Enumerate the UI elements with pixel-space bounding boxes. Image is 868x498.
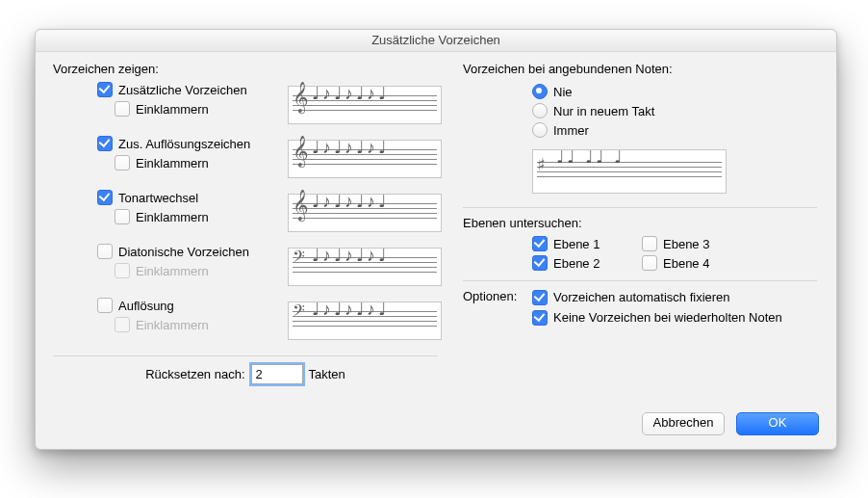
notation-preview-4: 𝄢♩♪♩♪♩♪♩ bbox=[288, 301, 442, 340]
tied-radio-2-label: Immer bbox=[553, 123, 589, 138]
notes-icon: ♩♪♩♪♩♪♩ bbox=[312, 191, 439, 212]
option-4[interactable]: Auflösung bbox=[97, 298, 174, 313]
option-2-label: Tonartwechsel bbox=[118, 191, 198, 205]
checkbox-icon bbox=[532, 236, 548, 251]
option-2-bracket-label: Einklammern bbox=[136, 210, 209, 224]
reset-unit: Takten bbox=[309, 367, 345, 381]
tied-radio-1-label: Nur in neuem Takt bbox=[553, 104, 654, 118]
notation-preview-1: 𝄞♩♪♩♪♩♪♩ bbox=[288, 140, 442, 178]
bass-clef-icon: 𝄢 bbox=[293, 302, 305, 322]
option-1-bracket-label: Einklammern bbox=[136, 156, 209, 170]
treble-clef-icon: ♯ bbox=[537, 156, 546, 173]
option-4-bracket: Einklammern bbox=[115, 317, 209, 332]
radio-icon bbox=[532, 103, 548, 118]
reset-label: Rücksetzen nach: bbox=[145, 367, 244, 381]
divider bbox=[53, 355, 438, 356]
tied-radio-0-label: Nie bbox=[553, 85, 573, 99]
section-tied-notes: Vorzeichen bei angebundenen Noten: bbox=[463, 62, 817, 76]
option-2[interactable]: Tonartwechsel bbox=[97, 190, 198, 205]
notation-preview-0: 𝄞♩♪♩♪♩♪♩ bbox=[288, 86, 442, 124]
option-2-bracket[interactable]: Einklammern bbox=[115, 209, 209, 224]
divider bbox=[463, 280, 817, 281]
checkbox-icon bbox=[97, 82, 113, 97]
checkbox-icon bbox=[115, 263, 130, 278]
layer-4[interactable]: Ebene 4 bbox=[642, 255, 734, 271]
option-4-bracket-label: Einklammern bbox=[136, 318, 209, 332]
checkbox-icon bbox=[97, 190, 113, 205]
divider bbox=[463, 207, 817, 208]
ok-button[interactable]: OK bbox=[736, 412, 819, 435]
option-3-bracket: Einklammern bbox=[115, 263, 209, 278]
treble-clef-icon: 𝄞 bbox=[293, 192, 309, 219]
option-4-label: Auflösung bbox=[118, 299, 174, 313]
layer-3[interactable]: Ebene 2 bbox=[532, 255, 625, 271]
option-3-bracket-label: Einklammern bbox=[136, 264, 209, 278]
layer-2-label: Ebene 3 bbox=[663, 237, 709, 251]
section-show-accidentals: Vorzeichen zeigen: bbox=[53, 62, 438, 76]
option-1[interactable]: Zus. Auflösungszeichen bbox=[97, 136, 250, 151]
checkbox-icon bbox=[97, 136, 113, 151]
treble-clef-icon: 𝄞 bbox=[293, 84, 309, 111]
radio-icon bbox=[532, 122, 548, 138]
optflag-1[interactable]: Keine Vorzeichen bei wiederholten Noten bbox=[532, 309, 782, 326]
layer-1-label: Ebene 1 bbox=[553, 237, 600, 251]
option-3[interactable]: Diatonische Vorzeichen bbox=[97, 244, 249, 259]
cancel-button[interactable]: Abbrechen bbox=[642, 412, 725, 435]
option-1-label: Zus. Auflösungszeichen bbox=[118, 137, 250, 151]
checkbox-icon bbox=[642, 255, 657, 271]
checkbox-icon bbox=[97, 244, 113, 259]
notes-icon: ♩♪♩♪♩♪♩ bbox=[312, 83, 439, 104]
option-0-label: Zusätzliche Vorzeichen bbox=[118, 83, 247, 97]
tied-radio-2[interactable]: Immer bbox=[532, 120, 817, 140]
checkbox-icon bbox=[642, 236, 657, 251]
reset-input[interactable] bbox=[251, 364, 303, 384]
option-1-bracket[interactable]: Einklammern bbox=[115, 155, 209, 170]
tied-radio-1[interactable]: Nur in neuem Takt bbox=[532, 101, 817, 120]
section-layers: Ebenen untersuchen: bbox=[463, 216, 817, 230]
notation-tied: ♯ ♩♩ ♩♩ ♩ bbox=[532, 149, 727, 194]
notes-icon: ♩♪♩♪♩♪♩ bbox=[312, 245, 439, 266]
option-3-label: Diatonische Vorzeichen bbox=[118, 245, 249, 259]
checkbox-icon bbox=[115, 101, 130, 117]
section-options: Optionen: bbox=[463, 289, 532, 329]
optflag-1-label: Keine Vorzeichen bei wiederholten Noten bbox=[553, 310, 782, 325]
checkbox-icon bbox=[532, 290, 548, 305]
notation-preview-3: 𝄢♩♪♩♪♩♪♩ bbox=[288, 248, 442, 286]
treble-clef-icon: 𝄞 bbox=[293, 138, 309, 165]
tied-radio-0[interactable]: Nie bbox=[532, 82, 817, 101]
layer-1[interactable]: Ebene 1 bbox=[532, 236, 625, 251]
layer-4-label: Ebene 4 bbox=[663, 256, 709, 271]
optflag-0-label: Vorzeichen automatisch fixieren bbox=[553, 290, 730, 304]
radio-icon bbox=[532, 84, 548, 99]
checkbox-icon bbox=[115, 317, 130, 332]
dialog-title: Zusätzliche Vorzeichen bbox=[36, 30, 836, 52]
checkbox-icon bbox=[532, 255, 548, 271]
optflag-0[interactable]: Vorzeichen automatisch fixieren bbox=[532, 289, 730, 305]
checkbox-icon bbox=[115, 209, 130, 224]
notation-preview-2: 𝄞♩♪♩♪♩♪♩ bbox=[288, 194, 442, 232]
dialog-accidentals: Zusätzliche Vorzeichen Vorzeichen zeigen… bbox=[35, 29, 837, 450]
option-0[interactable]: Zusätzliche Vorzeichen bbox=[97, 82, 247, 97]
checkbox-icon bbox=[97, 298, 113, 313]
bass-clef-icon: 𝄢 bbox=[293, 249, 305, 268]
notes-icon: ♩♪♩♪♩♪♩ bbox=[312, 299, 439, 320]
option-0-bracket-label: Einklammern bbox=[136, 102, 209, 117]
layer-2[interactable]: Ebene 3 bbox=[642, 236, 734, 251]
checkbox-icon bbox=[532, 310, 548, 326]
notes-icon: ♩♪♩♪♩♪♩ bbox=[312, 137, 439, 158]
layer-3-label: Ebene 2 bbox=[553, 256, 600, 271]
checkbox-icon bbox=[115, 155, 130, 170]
option-0-bracket[interactable]: Einklammern bbox=[115, 101, 209, 117]
